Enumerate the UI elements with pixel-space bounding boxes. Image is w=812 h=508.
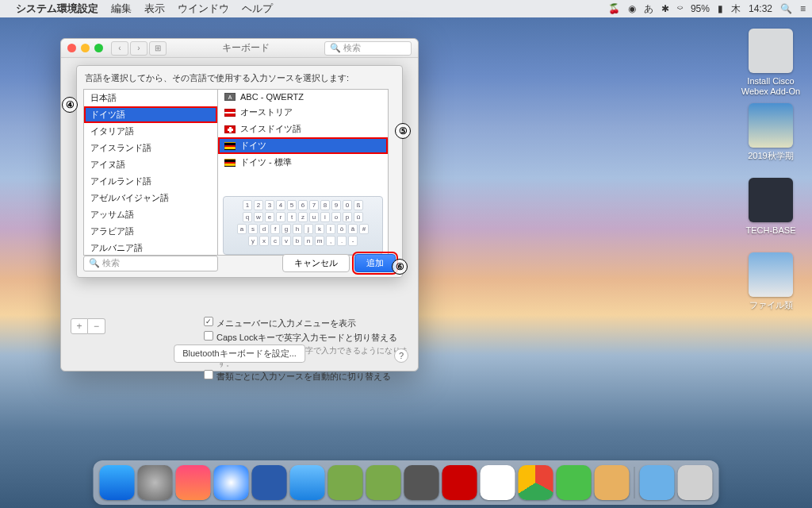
dock-app-sysprefs[interactable] [404,465,439,500]
dock-app-finder[interactable] [100,465,135,500]
annotation-4: ④ [62,97,78,113]
input-source-item[interactable]: ドイツ [218,137,388,154]
dock [94,460,719,505]
close-button[interactable] [67,44,76,52]
add-source-button[interactable]: + [71,318,88,334]
desktop-icon[interactable]: Install Cisco Webex Add-On [739,29,802,97]
remove-source-button[interactable]: − [88,318,105,334]
input-source-item[interactable]: スイスドイツ語 [218,121,388,137]
dock-app-launchpad[interactable] [138,465,173,500]
keyboard-preview: 1234567890ßqwertzuiopüasdfghjklöä#yxcvbn… [223,196,383,255]
add-button[interactable]: 追加 [354,254,396,272]
cancel-button[interactable]: キャンセル [282,254,350,272]
desktop-icon[interactable]: ファイル類 [739,252,802,310]
dock-app-line[interactable] [557,465,592,500]
add-input-source-sheet: 言語を選択してから、その言語で使用する入力ソースを選択します: 日本語ドイツ語イ… [76,65,403,278]
language-item[interactable]: アッサム語 [84,206,217,223]
traffic-lights [67,44,103,52]
language-item[interactable]: アゼルバイジャン語 [84,190,217,206]
menubar-window[interactable]: ウインドウ [178,2,229,16]
window-title: キーボード [167,41,324,55]
minimize-button[interactable] [81,44,90,52]
language-item[interactable]: 日本語 [84,90,217,106]
dock-app-notes2[interactable] [366,465,401,500]
status-icon[interactable]: ◉ [628,3,636,14]
dock-app-music[interactable] [176,465,211,500]
language-item[interactable]: イタリア語 [84,123,217,140]
input-menu-icon[interactable]: あ [644,2,653,16]
zoom-button[interactable] [94,44,103,52]
annotation-5: ⑤ [395,123,411,139]
dock-app-chrome[interactable] [519,465,553,500]
menubar: システム環境設定 編集 表示 ウインドウ ヘルプ 🍒 ◉ あ ✱ ⌔ 95% ▮… [0,0,812,17]
menubar-view[interactable]: 表示 [144,2,165,16]
language-item[interactable]: アイヌ語 [84,156,217,173]
spotlight-icon[interactable]: 🔍 [780,3,792,14]
language-item[interactable]: アルバニア語 [84,240,217,256]
input-source-item[interactable]: オーストリア [218,104,388,121]
desktop-icon[interactable]: TECH-BASE [739,178,802,236]
flag-icon [224,109,236,117]
checkbox-label: Caps Lockキーで英字入力モードと切り替える [216,331,397,345]
sheet-instruction: 言語を選択してから、その言語で使用する入力ソースを選択します: [77,66,402,89]
menubar-app[interactable]: システム環境設定 [16,2,98,16]
battery-percent[interactable]: 95% [691,3,710,14]
clock-day[interactable]: 木 [731,2,741,16]
input-source-item[interactable]: ドイツ - 標準 [218,154,388,171]
grid-button[interactable]: ⊞ [149,41,167,56]
checkbox-label: メニューバーに入力メニューを表示 [216,317,356,331]
flag-icon [224,125,236,133]
flag-icon [224,142,236,150]
language-item[interactable]: アイスランド語 [84,140,217,156]
checkbox-capslock[interactable] [204,331,213,341]
dock-app-app1[interactable] [595,465,630,500]
checkbox-label: 書類ごとに入力ソースを自動的に切り替える [216,370,391,384]
dock-app-mail[interactable] [290,465,325,500]
dock-app-slack[interactable] [481,465,515,500]
back-button[interactable]: ‹ [111,41,128,56]
dock-app-word[interactable] [252,465,287,500]
menubar-help[interactable]: ヘルプ [242,2,273,16]
prefs-search[interactable]: 🔍 検索 [324,41,412,56]
dock-app-trash[interactable] [678,465,713,500]
help-button[interactable]: ? [394,348,408,363]
wifi-icon[interactable]: ⌔ [677,3,683,14]
language-item[interactable]: アラビア語 [84,223,217,240]
notification-icon[interactable]: ≡ [800,3,806,14]
checkbox-auto-switch[interactable] [204,370,213,379]
titlebar: ‹ › ⊞ キーボード 🔍 検索 [61,39,418,58]
flag-icon: A [224,93,236,101]
clock-time[interactable]: 14:32 [749,3,772,14]
input-source-list[interactable]: AABC - QWERTZオーストリアスイスドイツ語ドイツドイツ - 標準 12… [217,89,389,256]
forward-button[interactable]: › [130,41,147,56]
dock-app-notes1[interactable] [328,465,363,500]
dock-app-folder[interactable] [640,465,675,500]
bluetooth-icon[interactable]: ✱ [661,3,669,14]
dock-app-safari[interactable] [214,465,249,500]
menubar-edit[interactable]: 編集 [111,2,132,16]
battery-icon[interactable]: ▮ [718,3,723,14]
input-source-item[interactable]: AABC - QWERTZ [218,90,388,104]
language-item[interactable]: アイルランド語 [84,173,217,190]
annotation-6: ⑥ [392,259,408,275]
flag-icon [224,159,236,167]
language-list[interactable]: 日本語ドイツ語イタリア語アイスランド語アイヌ語アイルランド語アゼルバイジャン語ア… [83,89,218,256]
sheet-search[interactable]: 🔍 検索 [83,256,218,271]
desktop-icon[interactable]: 2019秋学期 [739,103,802,161]
status-icon[interactable]: 🍒 [608,3,620,14]
bluetooth-keyboard-button[interactable]: Bluetoothキーボードを設定... [174,344,305,363]
dock-app-filezilla[interactable] [442,465,477,500]
checkbox-menubar-input[interactable]: ✓ [204,317,213,326]
language-item[interactable]: ドイツ語 [84,106,217,123]
